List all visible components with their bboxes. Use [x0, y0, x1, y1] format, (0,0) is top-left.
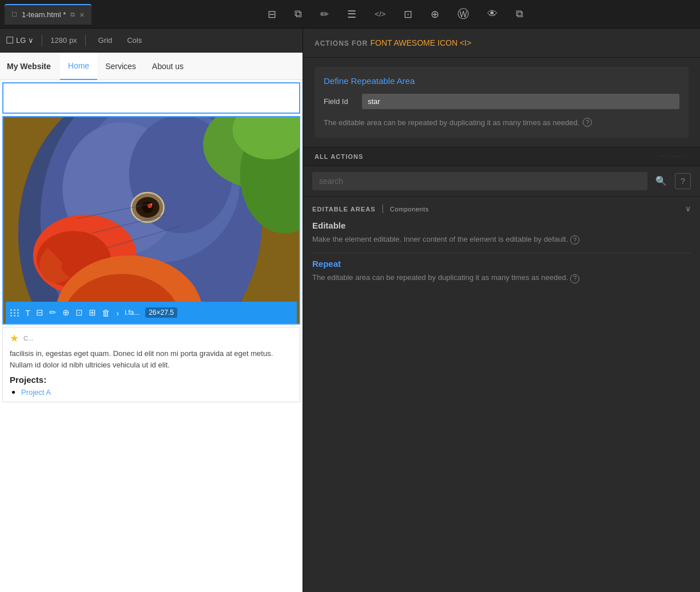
- drag-handle[interactable]: [10, 309, 19, 317]
- action-item-repeat: Repeat The editable area can be repeated…: [312, 259, 691, 283]
- layers-icon[interactable]: ⧉: [292, 6, 304, 22]
- monitor-icon: ☐: [11, 11, 17, 18]
- search-icon[interactable]: 🔍: [652, 172, 670, 190]
- website-preview: My Website Home Services About us: [0, 53, 303, 592]
- file-tab[interactable]: ☐ 1-team.html * ⧉ ×: [5, 4, 92, 25]
- wrap-icon[interactable]: ⊡: [75, 307, 83, 318]
- brush-icon[interactable]: ✏: [49, 307, 57, 318]
- file-tab-label: 1-team.html *: [22, 10, 66, 19]
- repeatable-description: The editable area can be repeated by dup…: [324, 117, 679, 129]
- preview-top-bar: ☐ LG ∨ 1280 px Grid Cols: [0, 29, 303, 53]
- question-mark-icon: ?: [681, 177, 685, 186]
- floating-toolbar[interactable]: T ⊟ ✏ ⊕ ⊡ ⊞ 🗑 › i.fa... 26×27.5: [6, 302, 297, 323]
- repeatable-title: Define Repeatable Area: [324, 76, 679, 86]
- device-label: LG: [16, 36, 26, 45]
- divider: [42, 35, 42, 46]
- actions-header: ACTIONS FOR Font Awesome icon <i>: [303, 29, 700, 58]
- close-button[interactable]: ×: [79, 10, 84, 19]
- preview-nav: My Website Home Services About us: [0, 53, 303, 80]
- search-input[interactable]: [312, 172, 647, 190]
- width-label: 1280 px: [50, 36, 77, 45]
- actions-for-label: ACTIONS FOR Font Awesome icon <i>: [315, 39, 471, 47]
- svg-point-14: [142, 202, 154, 214]
- star-row: ★ C...: [10, 332, 293, 345]
- dots-pattern: ·········: [659, 153, 689, 159]
- field-id-input[interactable]: [362, 94, 679, 109]
- sliders-icon[interactable]: ⊟: [265, 6, 279, 23]
- action-desc-editable: Make the element editable. Inner content…: [312, 234, 691, 245]
- help-button[interactable]: ?: [675, 173, 691, 189]
- nav-item-home[interactable]: Home: [60, 53, 97, 80]
- add-icon[interactable]: ⊕: [62, 307, 70, 318]
- action-title-repeat: Repeat: [312, 259, 691, 269]
- projects-list: Project A: [10, 387, 293, 397]
- search-area: 🔍 ?: [303, 166, 700, 197]
- all-actions-header: ALL ACTIONS ·········: [303, 147, 700, 166]
- action-desc-repeat: The editable area can be repeated by dup…: [312, 272, 691, 283]
- help-icon-editable[interactable]: ?: [570, 235, 579, 245]
- device-selector[interactable]: ☐ LG ∨: [6, 35, 34, 46]
- plugin-icon[interactable]: ⊕: [428, 6, 442, 23]
- components-label: Components: [390, 206, 429, 213]
- field-id-label: Field Id: [324, 97, 355, 106]
- grid-button[interactable]: Grid: [94, 35, 117, 46]
- star-right-col: C...: [23, 335, 33, 342]
- parrot-image: [3, 117, 299, 323]
- action-items: Editable Make the element editable. Inne…: [303, 221, 700, 593]
- editable-areas-label: EDITABLE AREAS: [312, 206, 376, 213]
- nav-items: Home Services About us: [60, 53, 192, 80]
- wordpress-icon[interactable]: Ⓦ: [455, 4, 471, 24]
- action-item-editable: Editable Make the element editable. Inne…: [312, 221, 691, 245]
- white-strip: [2, 82, 300, 114]
- help-icon[interactable]: ?: [583, 118, 592, 127]
- parrot-image-container: T ⊟ ✏ ⊕ ⊡ ⊞ 🗑 › i.fa... 26×27.5: [2, 116, 300, 325]
- main-area: ☐ LG ∨ 1280 px Grid Cols My Website Home: [0, 29, 700, 592]
- project-link[interactable]: Project A: [21, 388, 51, 397]
- text-icon[interactable]: T: [25, 308, 30, 318]
- all-actions-title: ALL ACTIONS: [315, 153, 363, 160]
- top-toolbar: ☐ 1-team.html * ⧉ × ⊟ ⧉ ✏ ☰ </> ⊡ ⊕ Ⓦ 👁 …: [0, 0, 700, 29]
- list-icon[interactable]: ☰: [345, 6, 359, 23]
- cols-button[interactable]: Cols: [122, 35, 146, 46]
- preview-panel: ☐ LG ∨ 1280 px Grid Cols My Website Home: [0, 29, 303, 592]
- toolbar-icons: ⊟ ⧉ ✏ ☰ </> ⊡ ⊕ Ⓦ 👁 ⧉: [92, 4, 701, 24]
- editable-areas-header: EDITABLE AREAS | Components ∨: [303, 197, 700, 221]
- star-icon-1: ★: [10, 332, 19, 345]
- projects-title: Projects:: [10, 375, 293, 385]
- divider2: [85, 35, 86, 46]
- nav-brand: My Website: [7, 62, 51, 71]
- chevron-down-icon[interactable]: ∨: [685, 204, 691, 213]
- repeatable-area-card: Define Repeatable Area Field Id The edit…: [315, 67, 689, 138]
- right-panel: ACTIONS FOR Font Awesome icon <i> Define…: [303, 29, 700, 592]
- copy-icon[interactable]: ⊡: [401, 6, 415, 23]
- eye-icon[interactable]: 👁: [485, 6, 500, 22]
- pen-icon[interactable]: ✏: [318, 6, 331, 23]
- monitor-icon: ☐: [6, 35, 14, 46]
- code-icon[interactable]: </>: [372, 7, 388, 21]
- duplicate-icon: ⧉: [70, 11, 75, 18]
- collapse-icon[interactable]: ⧉: [514, 6, 526, 22]
- help-icon-repeat[interactable]: ?: [570, 274, 579, 283]
- more-icon[interactable]: ›: [116, 308, 119, 318]
- divider-line: [312, 253, 691, 253]
- element-label: i.fa...: [125, 309, 140, 317]
- tab-area: ☐ 1-team.html * ⧉ ×: [0, 0, 92, 28]
- list-item: Project A: [21, 387, 293, 397]
- card-description: facilisis in, egestas eget quam. Donec i…: [10, 348, 293, 370]
- nav-item-about[interactable]: About us: [144, 53, 192, 80]
- field-row: Field Id: [324, 94, 679, 109]
- preview-content: T ⊟ ✏ ⊕ ⊡ ⊞ 🗑 › i.fa... 26×27.5: [0, 82, 303, 402]
- chevron-down-icon: ∨: [28, 36, 34, 45]
- grid-icon[interactable]: ⊞: [89, 307, 96, 318]
- nav-item-services[interactable]: Services: [97, 53, 144, 80]
- card-content: ★ C... facilisis in, egestas eget quam. …: [2, 327, 300, 402]
- size-label: 26×27.5: [145, 307, 177, 318]
- trash-icon[interactable]: 🗑: [102, 308, 110, 318]
- sliders-icon[interactable]: ⊟: [36, 307, 43, 318]
- action-title-editable: Editable: [312, 221, 691, 230]
